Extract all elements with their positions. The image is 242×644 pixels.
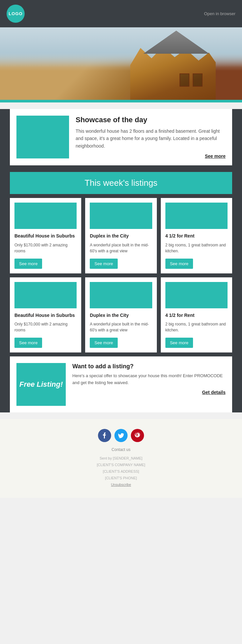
listing-see-more-btn-5[interactable]: See more (165, 338, 193, 348)
teal-divider (0, 100, 242, 102)
free-listing-title: Want to add a listing? (72, 363, 226, 370)
free-listing-description: Here's a special offer to showcase your … (72, 373, 226, 386)
free-listing-content: Want to add a listing? Here's a special … (72, 363, 226, 395)
showcase-card: Showcase of the day This wonderful house… (10, 109, 232, 165)
listing-title-5: 4 1/2 for Rent (165, 312, 228, 319)
showcase-content: Showcase of the day This wonderful house… (76, 116, 226, 159)
listing-image-0 (14, 203, 77, 229)
listings-title: This week's listings (85, 178, 157, 188)
footer-contact: Contact us (7, 447, 235, 452)
listing-see-more-btn-1[interactable]: See more (90, 259, 117, 269)
listings-grid: Beautiful House in Suburbs Only $170,000… (10, 194, 232, 356)
listing-title-0: Beautiful House in Suburbs (14, 233, 77, 239)
listing-title-1: Duplex in the City (90, 233, 152, 239)
listing-desc-5: 2 big rooms, 1 great bathroom and kitche… (165, 321, 228, 333)
footer: Contact us Sent by [SENDER_NAME] [CLIENT… (0, 419, 242, 498)
listing-desc-0: Only $170,000 with 2 amazing rooms (14, 242, 77, 254)
pinterest-icon[interactable] (131, 429, 144, 442)
listing-desc-4: A wonderful place built in the mid-60's … (90, 321, 152, 333)
listings-header: This week's listings (10, 172, 232, 194)
listing-see-more-btn-2[interactable]: See more (165, 259, 193, 269)
header: LOGO Open in browser (0, 0, 242, 27)
email-wrapper: LOGO Open in browser Showcase of the day… (0, 0, 242, 498)
listing-see-more-btn-4[interactable]: See more (90, 338, 117, 348)
twitter-icon[interactable] (114, 429, 128, 442)
free-listing-image: Free Listing! (16, 363, 66, 406)
free-listing-card: Free Listing! Want to add a listing? Her… (10, 356, 232, 412)
listing-see-more-btn-0[interactable]: See more (14, 259, 42, 269)
listing-desc-1: A wonderful place built in the mid-60's … (90, 242, 152, 254)
showcase-description: This wonderful house has 2 floors and a … (76, 127, 226, 150)
listing-title-3: Beautiful House in Suburbs (14, 312, 77, 319)
content-area: Showcase of the day This wonderful house… (0, 109, 242, 412)
hero-image (0, 27, 242, 100)
footer-sent-by: Sent by [SENDER_NAME] (7, 455, 235, 462)
listing-card-0: Beautiful House in Suburbs Only $170,000… (10, 198, 81, 273)
listing-card-1: Duplex in the City A wonderful place bui… (85, 198, 157, 273)
get-details-link[interactable]: Get details (72, 390, 226, 395)
listing-desc-2: 2 big rooms, 1 great bathroom and kitche… (165, 242, 228, 254)
unsubscribe-link[interactable]: Unsubscribe (7, 482, 235, 488)
listing-image-3 (14, 282, 77, 308)
listing-image-1 (90, 203, 152, 229)
listing-image-4 (90, 282, 152, 308)
listing-card-2: 4 1/2 for Rent 2 big rooms, 1 great bath… (161, 198, 232, 273)
listing-image-5 (165, 282, 228, 308)
listing-title-2: 4 1/2 for Rent (165, 233, 228, 239)
listing-desc-3: Only $170,000 with 2 amazing rooms (14, 321, 77, 333)
footer-info: Sent by [SENDER_NAME] [CLIENT'S COMPANY … (7, 455, 235, 488)
footer-company: [CLIENT'S COMPANY NAME] (7, 462, 235, 468)
listing-image-2 (165, 203, 228, 229)
hero-image-inner (0, 27, 242, 100)
footer-address: [CLIENT'S ADDRESS] (7, 468, 235, 475)
listing-card-4: Duplex in the City A wonderful place bui… (85, 277, 157, 353)
facebook-icon[interactable] (98, 429, 111, 442)
showcase-title: Showcase of the day (76, 116, 226, 124)
listing-card-5: 4 1/2 for Rent 2 big rooms, 1 great bath… (161, 277, 232, 353)
open-in-browser-link[interactable]: Open in browser (204, 11, 235, 16)
listing-card-3: Beautiful House in Suburbs Only $170,000… (10, 277, 81, 353)
showcase-image (16, 116, 69, 158)
footer-phone: [CLIENT'S PHONE] (7, 475, 235, 482)
showcase-see-more-link[interactable]: See more (76, 154, 226, 159)
social-icons (7, 429, 235, 442)
listing-title-4: Duplex in the City (90, 312, 152, 319)
logo: LOGO (7, 5, 25, 23)
free-listing-image-text: Free Listing! (19, 380, 63, 389)
listing-see-more-btn-3[interactable]: See more (14, 338, 42, 348)
